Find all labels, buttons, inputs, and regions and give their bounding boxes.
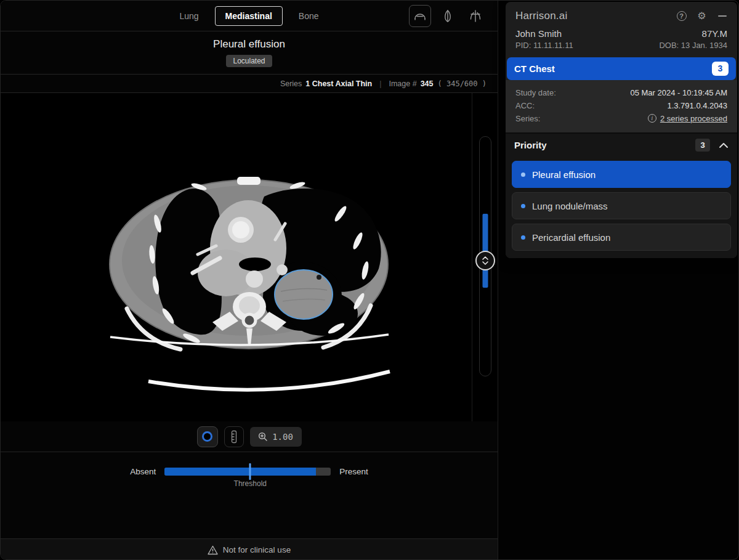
threshold-marker-label: Threshold [234,479,267,488]
priority-section-header[interactable]: Priority 3 [506,132,737,157]
patient-dob: DOB: 13 Jan. 1934 [659,41,727,50]
finding-bullet-icon [521,204,525,208]
sagittal-view-button[interactable] [437,5,459,27]
finding-subtype-badge: Loculated [226,55,272,67]
minimize-button[interactable] [717,11,727,22]
accession-row: ACC: 1.3.791.0.4.2043 [515,99,727,112]
series-processed-row: Series: i 2 series processed [515,112,727,125]
patient-name: John Smith [515,28,562,39]
series-value: 1 Chest Axial Thin [305,79,372,88]
series-divider: | [379,79,381,88]
zoom-in-icon [258,432,268,442]
priority-findings-list: Pleural effusion Lung nodule/mass Perica… [506,157,737,258]
threshold-section: Absent Threshold Present [1,452,498,498]
gear-icon: ⚙ [697,11,706,21]
ct-axial-image [1,93,472,421]
threshold-marker[interactable]: Threshold [249,463,251,480]
app-window: Lung Mediastinal Bone [0,0,739,560]
tab-bone[interactable]: Bone [296,7,321,25]
finding-item-lung-nodule-mass[interactable]: Lung nodule/mass [512,192,731,219]
image-fraction: ( 345/600 ) [438,79,487,88]
slice-scrollbar-handle[interactable] [475,251,495,270]
series-processed-link[interactable]: 2 series processed [660,112,727,125]
study-date-label: Study date: [515,86,556,99]
unfold-icon [481,256,490,266]
coronal-view-button[interactable] [464,5,487,27]
sagittal-view-icon [440,9,455,23]
warning-icon [208,545,218,555]
threshold-present-label: Present [339,467,368,476]
finding-bullet-icon [521,172,525,177]
orientation-buttons [409,1,487,31]
info-icon: i [648,114,656,123]
finding-header: Pleural effusion Loculated [1,31,498,75]
finding-bullet-icon [521,235,525,240]
bottom-spacer [1,498,498,538]
finding-item-pericardial-effusion[interactable]: Pericardial effusion [512,224,731,251]
accession-value: 1.3.791.0.4.2043 [667,99,727,112]
harrison-ai-logo: Harrison.ai [515,10,567,22]
question-icon: ? [677,11,687,21]
minimize-icon [718,15,727,17]
series-info-bar: Series 1 Chest Axial Thin | Image # 345 … [1,75,498,93]
study-details: Study date: 05 Mar 2024 - 10:19:45 AM AC… [506,80,737,132]
priority-count-badge: 3 [695,139,710,152]
disclaimer-text: Not for clinical use [223,545,291,554]
image-number-label: Image # [389,79,416,88]
window-preset-bar: Lung Mediastinal Bone [1,1,498,31]
threshold-fill [164,468,316,476]
priority-title: Priority [514,140,695,150]
coronal-view-icon [468,9,483,23]
finding-title: Pleural effusion [213,38,285,51]
threshold-slider[interactable]: Threshold [164,468,331,476]
study-header[interactable]: CT Chest 3 [507,57,736,80]
zoom-level-button[interactable]: 1.00 [250,427,302,447]
circle-annotation-icon [202,431,212,442]
viewer-toolbar: 1.00 [1,421,498,452]
patient-age-sex: 87Y.M [702,28,727,39]
finding-item-pleural-effusion[interactable]: Pleural effusion [512,161,731,188]
viewer-divider [472,93,472,421]
help-button[interactable]: ? [676,11,687,22]
ai-results-sidebar: Harrison.ai ? ⚙ John Smith 87Y.M PID: 11… [506,2,737,258]
ruler-button[interactable] [224,426,244,447]
window-preset-tabs: Lung Mediastinal Bone [177,6,321,26]
threshold-absent-label: Absent [130,467,156,476]
ct-viewport[interactable] [1,93,498,421]
study-title: CT Chest [514,63,555,74]
disclaimer-bar: Not for clinical use [1,538,498,560]
axial-view-icon [413,9,427,23]
study-date-value: 05 Mar 2024 - 10:19:45 AM [630,86,727,99]
tab-lung[interactable]: Lung [177,7,201,25]
axial-view-button[interactable] [409,5,431,27]
study-date-row: Study date: 05 Mar 2024 - 10:19:45 AM [515,86,727,99]
series-label: Series [280,79,302,88]
series-processed-label: Series: [515,112,540,125]
zoom-level-value: 1.00 [272,432,293,442]
tab-mediastinal[interactable]: Mediastinal [215,6,283,26]
accession-label: ACC: [515,99,535,112]
study-findings-count-badge: 3 [712,62,729,76]
slice-scrollbar[interactable] [479,136,491,376]
image-number-value: 345 [421,79,434,88]
sidebar-header: Harrison.ai ? ⚙ [506,2,737,25]
chevron-up-icon[interactable] [719,142,729,148]
ruler-icon [230,430,238,444]
settings-button[interactable]: ⚙ [697,11,707,22]
patient-id: PID: 11.11.11.11 [515,41,573,50]
circle-annotation-button[interactable] [197,426,218,447]
patient-info: John Smith 87Y.M PID: 11.11.11.11 DOB: 1… [506,25,737,57]
viewer-panel: Lung Mediastinal Bone [1,1,498,560]
